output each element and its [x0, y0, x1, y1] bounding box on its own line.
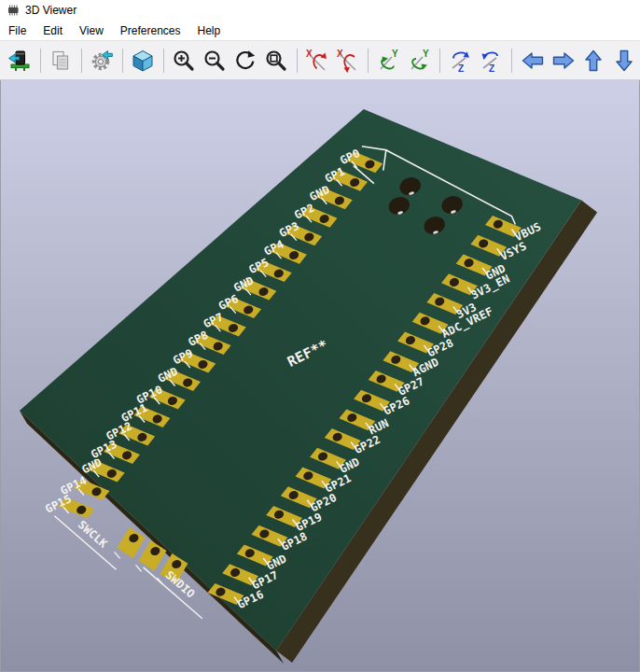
zoom-to-fit-icon	[264, 49, 288, 73]
reload-board-button[interactable]	[6, 45, 35, 77]
menu-help[interactable]: Help	[189, 22, 230, 39]
3d-viewer-window: 3D Viewer File Edit View Preferences Hel…	[0, 0, 640, 672]
zoom-in-button[interactable]	[170, 45, 199, 77]
move-up-icon	[581, 49, 605, 73]
toolbar-separator	[163, 49, 164, 73]
menu-edit[interactable]: Edit	[35, 22, 71, 39]
3d-viewport[interactable]: GP0GP1GNDGP2GP3GP4GP5GNDGP6GP7GP8GP9GNDG…	[0, 80, 640, 672]
rotate-z-ccw-icon: Z	[480, 49, 504, 73]
rotate-y-cw-icon: Y	[377, 49, 401, 73]
toolbar-separator	[40, 49, 41, 73]
menu-file[interactable]: File	[0, 22, 35, 39]
chip-icon	[6, 3, 21, 18]
rotate-x-ccw-button[interactable]: X	[333, 45, 362, 77]
toolbar-separator	[122, 49, 123, 73]
toolbar-separator	[439, 49, 440, 73]
svg-text:Y: Y	[392, 49, 398, 59]
rotate-y-ccw-button[interactable]: Y	[405, 45, 434, 77]
menu-preferences[interactable]: Preferences	[112, 22, 189, 39]
rotate-z-cw-icon: Z	[449, 49, 473, 73]
render-options-button[interactable]	[88, 45, 117, 77]
reload-board-icon	[7, 49, 32, 73]
render-options-icon	[90, 49, 114, 73]
zoom-out-button[interactable]	[201, 45, 230, 77]
move-up-button[interactable]	[579, 45, 608, 77]
orthographic-cube-icon	[131, 49, 155, 73]
rotate-z-cw-button[interactable]: Z	[446, 45, 475, 77]
toolbar: XXYYZZ	[0, 41, 640, 80]
rotate-x-cw-button[interactable]: X	[303, 45, 332, 77]
toolbar-separator	[368, 49, 369, 73]
svg-text:Z: Z	[458, 63, 464, 73]
move-down-icon	[612, 49, 636, 73]
redraw-button[interactable]	[231, 45, 260, 77]
menubar: File Edit View Preferences Help	[0, 21, 640, 41]
rotate-x-cw-icon: X	[305, 49, 329, 73]
rotate-y-ccw-icon: Y	[408, 49, 432, 73]
export-image-button[interactable]	[47, 45, 76, 77]
3d-viewport-canvas: GP0GP1GNDGP2GP3GP4GP5GNDGP6GP7GP8GP9GNDG…	[1, 80, 639, 671]
export-image-icon	[49, 49, 73, 73]
titlebar: 3D Viewer	[0, 0, 640, 21]
menu-view[interactable]: View	[71, 22, 112, 39]
zoom-to-fit-button[interactable]	[262, 45, 291, 77]
zoom-out-icon	[202, 49, 227, 73]
svg-text:Y: Y	[423, 49, 429, 59]
rotate-z-ccw-button[interactable]: Z	[477, 45, 506, 77]
move-down-button[interactable]	[610, 45, 639, 77]
toolbar-separator	[297, 49, 298, 73]
toolbar-separator	[81, 49, 82, 73]
redraw-icon	[233, 49, 257, 73]
svg-text:Z: Z	[489, 63, 494, 73]
window-title: 3D Viewer	[25, 4, 77, 17]
move-left-icon	[521, 49, 545, 73]
orthographic-cube-button[interactable]	[129, 45, 158, 77]
move-right-icon	[551, 49, 576, 73]
rotate-x-ccw-icon: X	[336, 49, 360, 73]
rotate-y-cw-button[interactable]: Y	[374, 45, 403, 77]
zoom-in-icon	[172, 49, 196, 73]
toolbar-separator	[511, 49, 512, 73]
move-right-button[interactable]	[549, 45, 577, 77]
move-left-button[interactable]	[518, 45, 547, 77]
